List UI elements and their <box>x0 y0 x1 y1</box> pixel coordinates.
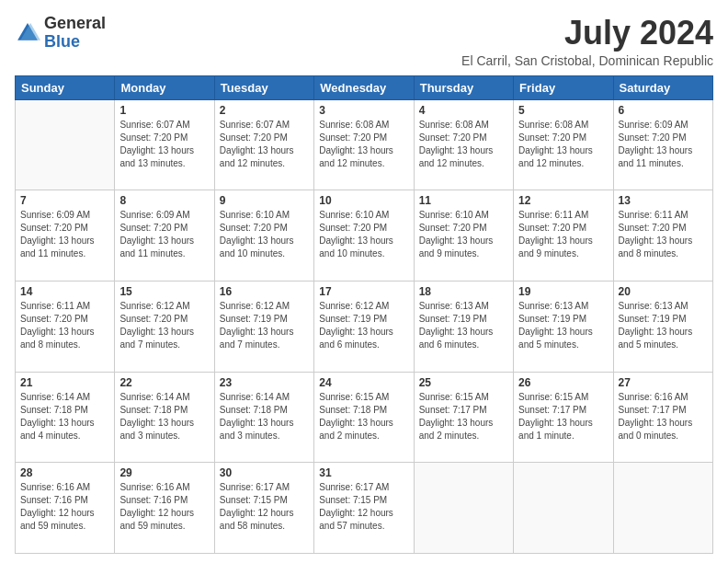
table-row: 1Sunrise: 6:07 AMSunset: 7:20 PMDaylight… <box>115 99 214 190</box>
month-year-title: July 2024 <box>461 15 713 52</box>
sunrise-text: Sunrise: 6:07 AM <box>220 119 309 132</box>
table-row: 21Sunrise: 6:14 AMSunset: 7:18 PMDayligh… <box>16 372 115 463</box>
table-row: 12Sunrise: 6:11 AMSunset: 7:20 PMDayligh… <box>514 190 613 282</box>
table-row: 18Sunrise: 6:13 AMSunset: 7:19 PMDayligh… <box>414 281 513 372</box>
sunset-text: Sunset: 7:19 PM <box>319 313 408 326</box>
sunset-text: Sunset: 7:20 PM <box>119 132 209 144</box>
day-info: Sunrise: 6:12 AMSunset: 7:20 PMDaylight:… <box>119 300 209 351</box>
sunrise-text: Sunrise: 6:12 AM <box>220 300 309 313</box>
day-number: 27 <box>619 376 708 389</box>
table-row <box>514 463 613 554</box>
sunrise-text: Sunrise: 6:09 AM <box>20 209 109 222</box>
table-row: 31Sunrise: 6:17 AMSunset: 7:15 PMDayligh… <box>314 463 414 554</box>
sunrise-text: Sunrise: 6:17 AM <box>319 481 408 494</box>
sunrise-text: Sunrise: 6:16 AM <box>20 481 109 494</box>
calendar-week-row: 7Sunrise: 6:09 AMSunset: 7:20 PMDaylight… <box>16 190 713 282</box>
daylight-text: Daylight: 13 hours and 12 minutes. <box>419 144 508 170</box>
day-number: 20 <box>619 285 708 298</box>
sunrise-text: Sunrise: 6:17 AM <box>220 481 309 494</box>
daylight-text: Daylight: 13 hours and 6 minutes. <box>419 326 508 351</box>
day-number: 23 <box>220 376 309 389</box>
table-row: 14Sunrise: 6:11 AMSunset: 7:20 PMDayligh… <box>16 281 115 372</box>
day-number: 4 <box>419 104 508 117</box>
day-info: Sunrise: 6:09 AMSunset: 7:20 PMDaylight:… <box>119 209 209 260</box>
day-number: 15 <box>119 285 209 298</box>
day-info: Sunrise: 6:09 AMSunset: 7:20 PMDaylight:… <box>20 209 109 260</box>
day-info: Sunrise: 6:17 AMSunset: 7:15 PMDaylight:… <box>220 481 309 533</box>
day-number: 31 <box>319 466 408 479</box>
sunset-text: Sunset: 7:17 PM <box>518 404 608 417</box>
day-info: Sunrise: 6:07 AMSunset: 7:20 PMDaylight:… <box>220 119 309 170</box>
sunset-text: Sunset: 7:20 PM <box>220 132 309 144</box>
sunset-text: Sunset: 7:20 PM <box>319 222 408 235</box>
sunset-text: Sunset: 7:19 PM <box>518 313 608 326</box>
day-info: Sunrise: 6:10 AMSunset: 7:20 PMDaylight:… <box>419 209 508 260</box>
sunrise-text: Sunrise: 6:15 AM <box>419 391 508 404</box>
sunset-text: Sunset: 7:15 PM <box>220 494 309 507</box>
col-wednesday: Wednesday <box>314 75 414 99</box>
daylight-text: Daylight: 13 hours and 9 minutes. <box>518 235 608 260</box>
day-info: Sunrise: 6:13 AMSunset: 7:19 PMDaylight:… <box>419 300 508 351</box>
daylight-text: Daylight: 13 hours and 6 minutes. <box>319 326 408 351</box>
sunrise-text: Sunrise: 6:09 AM <box>119 209 209 222</box>
sunset-text: Sunset: 7:18 PM <box>119 404 209 417</box>
day-info: Sunrise: 6:16 AMSunset: 7:16 PMDaylight:… <box>20 481 109 533</box>
sunrise-text: Sunrise: 6:13 AM <box>518 300 608 313</box>
daylight-text: Daylight: 13 hours and 5 minutes. <box>518 326 608 351</box>
day-number: 7 <box>20 194 109 207</box>
day-info: Sunrise: 6:10 AMSunset: 7:20 PMDaylight:… <box>220 209 309 260</box>
table-row: 19Sunrise: 6:13 AMSunset: 7:19 PMDayligh… <box>514 281 613 372</box>
daylight-text: Daylight: 12 hours and 59 minutes. <box>119 507 209 533</box>
sunset-text: Sunset: 7:20 PM <box>419 132 508 144</box>
table-row: 16Sunrise: 6:12 AMSunset: 7:19 PMDayligh… <box>214 281 313 372</box>
table-row: 15Sunrise: 6:12 AMSunset: 7:20 PMDayligh… <box>115 281 214 372</box>
day-info: Sunrise: 6:12 AMSunset: 7:19 PMDaylight:… <box>319 300 408 351</box>
daylight-text: Daylight: 13 hours and 12 minutes. <box>319 144 408 170</box>
day-number: 24 <box>319 376 408 389</box>
sunrise-text: Sunrise: 6:07 AM <box>119 119 209 132</box>
location-subtitle: El Carril, San Cristobal, Dominican Repu… <box>461 53 713 68</box>
day-info: Sunrise: 6:14 AMSunset: 7:18 PMDaylight:… <box>220 391 309 442</box>
title-block: July 2024 El Carril, San Cristobal, Domi… <box>461 15 713 68</box>
table-row: 2Sunrise: 6:07 AMSunset: 7:20 PMDaylight… <box>214 99 313 190</box>
table-row: 7Sunrise: 6:09 AMSunset: 7:20 PMDaylight… <box>16 190 115 282</box>
sunset-text: Sunset: 7:20 PM <box>119 222 209 235</box>
sunset-text: Sunset: 7:17 PM <box>419 404 508 417</box>
day-info: Sunrise: 6:08 AMSunset: 7:20 PMDaylight:… <box>419 119 508 170</box>
day-number: 30 <box>220 466 309 479</box>
logo-general-text: General <box>44 15 106 33</box>
col-saturday: Saturday <box>613 75 712 99</box>
day-number: 10 <box>319 194 408 207</box>
sunset-text: Sunset: 7:16 PM <box>20 494 109 507</box>
calendar-week-row: 14Sunrise: 6:11 AMSunset: 7:20 PMDayligh… <box>16 281 713 372</box>
daylight-text: Daylight: 13 hours and 0 minutes. <box>619 417 708 442</box>
daylight-text: Daylight: 13 hours and 12 minutes. <box>220 144 309 170</box>
sunset-text: Sunset: 7:20 PM <box>319 132 408 144</box>
daylight-text: Daylight: 12 hours and 59 minutes. <box>20 507 109 533</box>
sunrise-text: Sunrise: 6:15 AM <box>319 391 408 404</box>
day-number: 25 <box>419 376 508 389</box>
calendar-week-row: 21Sunrise: 6:14 AMSunset: 7:18 PMDayligh… <box>16 372 713 463</box>
table-row: 23Sunrise: 6:14 AMSunset: 7:18 PMDayligh… <box>214 372 313 463</box>
day-info: Sunrise: 6:12 AMSunset: 7:19 PMDaylight:… <box>220 300 309 351</box>
table-row: 13Sunrise: 6:11 AMSunset: 7:20 PMDayligh… <box>613 190 712 282</box>
daylight-text: Daylight: 12 hours and 58 minutes. <box>220 507 309 533</box>
table-row: 30Sunrise: 6:17 AMSunset: 7:15 PMDayligh… <box>214 463 313 554</box>
day-number: 29 <box>119 466 209 479</box>
day-number: 21 <box>20 376 109 389</box>
sunset-text: Sunset: 7:19 PM <box>220 313 309 326</box>
daylight-text: Daylight: 13 hours and 1 minute. <box>518 417 608 442</box>
logo: General Blue <box>15 15 106 52</box>
daylight-text: Daylight: 13 hours and 11 minutes. <box>20 235 109 260</box>
daylight-text: Daylight: 13 hours and 8 minutes. <box>20 326 109 351</box>
daylight-text: Daylight: 13 hours and 2 minutes. <box>419 417 508 442</box>
sunset-text: Sunset: 7:20 PM <box>518 132 608 144</box>
day-info: Sunrise: 6:11 AMSunset: 7:20 PMDaylight:… <box>518 209 608 260</box>
header: General Blue July 2024 El Carril, San Cr… <box>15 15 713 68</box>
day-info: Sunrise: 6:16 AMSunset: 7:16 PMDaylight:… <box>119 481 209 533</box>
day-number: 8 <box>119 194 209 207</box>
sunset-text: Sunset: 7:16 PM <box>119 494 209 507</box>
sunset-text: Sunset: 7:18 PM <box>20 404 109 417</box>
day-info: Sunrise: 6:11 AMSunset: 7:20 PMDaylight:… <box>619 209 708 260</box>
day-info: Sunrise: 6:16 AMSunset: 7:17 PMDaylight:… <box>619 391 708 442</box>
